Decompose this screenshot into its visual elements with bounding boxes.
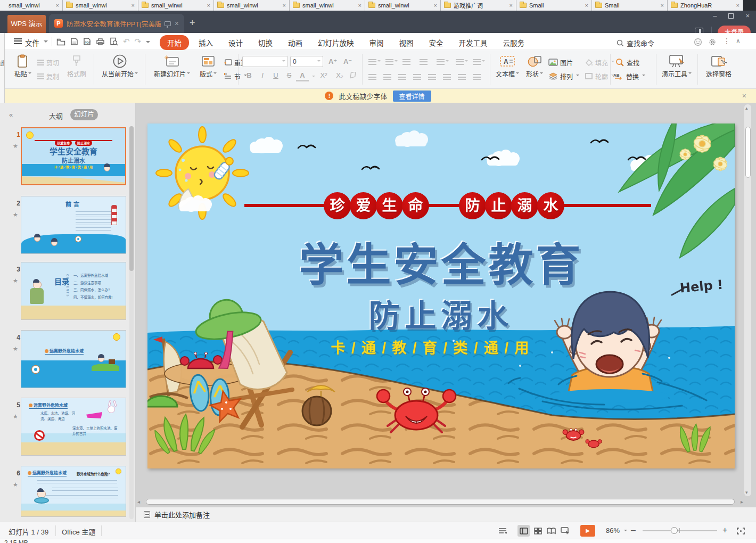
close-tab-icon[interactable]: × (434, 3, 437, 9)
zoom-caret-icon[interactable] (624, 530, 627, 533)
zoom-slider-thumb[interactable] (671, 527, 678, 534)
open-icon[interactable] (56, 38, 65, 46)
notes-bar[interactable]: 单击此处添加备注 (136, 507, 756, 522)
maximize-button[interactable] (728, 13, 734, 19)
window-tab[interactable]: small_winwi× (0, 0, 63, 11)
vertical-scrollbar-thumb[interactable] (745, 127, 751, 178)
scroll-up-icon[interactable]: ▴ (745, 105, 748, 111)
horizontal-scrollbar-thumb[interactable] (146, 499, 735, 505)
slide-canvas[interactable]: 珍爱生命 防止溺水 学生安全教育 防止溺水 卡 / 通 / 教 / 育 / 类 … (147, 124, 735, 468)
notes-placeholder[interactable]: 单击此处添加备注 (154, 509, 210, 520)
replace-button[interactable]: AB替换 (613, 70, 645, 82)
slide-thumbnail-1[interactable]: 珍爱生命防止溺水 学生安全教育 防止溺水 卡 / 通 / 教 / 育 / 类 /… (21, 127, 126, 185)
menu-tab-云服务[interactable]: 云服务 (497, 35, 531, 50)
new-tab-button[interactable]: + (190, 18, 195, 28)
scroll-right-icon[interactable]: ▸ (737, 499, 743, 505)
scroll-down-icon[interactable]: ▾ (745, 490, 748, 495)
shapes-button[interactable]: 形状 (523, 53, 546, 86)
presentation-tools-button[interactable]: 演示工具 (659, 53, 694, 86)
play-slideshow-button[interactable]: ▶ (580, 525, 595, 537)
warning-close-icon[interactable]: × (742, 92, 746, 100)
close-tab-icon[interactable]: × (585, 3, 588, 9)
print-preview-icon[interactable] (110, 37, 118, 46)
slide-sorter-button[interactable] (532, 525, 544, 537)
minimize-button[interactable]: – (713, 12, 717, 20)
collapse-panel-icon[interactable]: « (9, 111, 13, 119)
window-tab[interactable]: Small× (592, 0, 668, 11)
quick-access-caret-icon[interactable] (146, 41, 150, 45)
close-tab-icon[interactable]: × (56, 3, 59, 9)
close-tab-icon[interactable]: × (207, 3, 210, 9)
menu-tab-审阅[interactable]: 审阅 (364, 35, 390, 50)
file-menu[interactable]: 文件 (25, 37, 39, 48)
slide-layout-button[interactable]: 版式 (196, 53, 220, 86)
collapse-ribbon-icon[interactable]: ∧ (736, 37, 741, 45)
window-tab[interactable]: ZhongHuaR× (668, 0, 743, 11)
document-tab[interactable]: P 防溺水安全教育课件PPT(完美版) × (49, 14, 184, 33)
font-name-select[interactable] (242, 56, 288, 67)
tab-preview-icon[interactable] (165, 21, 171, 26)
close-document-icon[interactable]: × (175, 19, 179, 28)
window-tab[interactable]: small_winwi× (63, 0, 138, 11)
slide-subtitle-text[interactable]: 防止溺水 (147, 291, 735, 336)
slide-thumbnail-5[interactable]: 远离野外危险水域 水库、水坑、池塘、河流、溪边、海边 深水潭、工地上的积水池、废… (21, 398, 126, 456)
vertical-scrollbar[interactable]: ▴ ▾ (744, 104, 751, 496)
slide-tagline-text[interactable]: 卡 / 通 / 教 / 育 / 类 / 通 / 用 (147, 336, 724, 357)
menu-tab-安全[interactable]: 安全 (423, 35, 449, 50)
close-tab-icon[interactable]: × (510, 3, 513, 9)
slide-thumbnail-4[interactable]: 远离野外危险水域 (21, 330, 126, 388)
window-tab[interactable]: 游戏推广词× (441, 0, 516, 11)
selection-pane-button[interactable]: 选择窗格 (701, 53, 737, 86)
fit-to-window-button[interactable] (735, 525, 747, 537)
scroll-left-icon[interactable]: ◂ (137, 499, 144, 505)
zoom-out-button[interactable]: – (631, 525, 636, 535)
textbox-button[interactable]: A 文本框 (493, 53, 522, 86)
save-icon[interactable] (70, 37, 78, 46)
view-details-button[interactable]: 查看详情 (393, 90, 431, 102)
window-tab[interactable]: small_winwi× (365, 0, 441, 11)
menu-tab-幻灯片放映[interactable]: 幻灯片放映 (312, 35, 360, 50)
menu-tab-开发工具[interactable]: 开发工具 (453, 35, 494, 50)
window-tab[interactable]: Small× (516, 0, 592, 11)
menu-tab-插入[interactable]: 插入 (193, 35, 219, 50)
window-tab[interactable]: small_winwi× (214, 0, 290, 11)
close-tab-icon[interactable]: × (736, 3, 739, 9)
close-window-button[interactable]: × (745, 12, 750, 20)
export-pdf-icon[interactable]: PDF (83, 37, 91, 46)
reading-view-button[interactable] (545, 525, 557, 537)
zoom-slider-track[interactable] (643, 530, 717, 531)
arrange-button[interactable]: 排列 (548, 70, 579, 82)
close-tab-icon[interactable]: × (661, 3, 664, 9)
command-search[interactable]: 查找命令 (617, 38, 654, 48)
menu-tab-开始[interactable]: 开始 (160, 35, 189, 50)
zoom-level[interactable]: 86% (606, 526, 620, 534)
hamburger-icon[interactable] (14, 38, 22, 44)
sidebar-scrollbar[interactable] (129, 126, 134, 519)
new-slide-button[interactable]: ✳ 新建幻灯片 (149, 53, 195, 86)
window-tab[interactable]: small_winwi× (138, 0, 214, 11)
menu-tab-设计[interactable]: 设计 (223, 35, 249, 50)
tab-slides[interactable]: 幻灯片 (70, 109, 98, 120)
zoom-in-button[interactable]: + (722, 525, 727, 535)
play-from-current-button[interactable]: 从当前开始 (98, 53, 142, 86)
theme-name[interactable]: Office 主题 (62, 526, 95, 537)
menu-tab-动画[interactable]: 动画 (282, 35, 308, 50)
picture-button[interactable]: 图片 (548, 56, 573, 68)
menu-tab-视图[interactable]: 视图 (393, 35, 420, 50)
font-size-select[interactable]: 0 (290, 56, 323, 67)
more-options-icon[interactable]: ⋮ (723, 37, 730, 45)
feedback-smiley-icon[interactable] (694, 38, 702, 46)
horizontal-scrollbar[interactable]: ◂ ▸ (137, 498, 743, 506)
paste-button[interactable]: 粘贴 (11, 53, 35, 86)
window-tab[interactable]: small_winwi× (290, 0, 365, 11)
menu-tab-切换[interactable]: 切换 (252, 35, 278, 50)
close-tab-icon[interactable]: × (358, 3, 361, 9)
app-menu-tab[interactable]: WPS 演示 (7, 15, 46, 33)
slide-thumbnail-2[interactable]: 前言 (21, 196, 126, 254)
close-tab-icon[interactable]: × (132, 3, 135, 9)
settings-gear-icon[interactable] (708, 38, 717, 46)
slide-title-text[interactable]: 学生安全教育 (147, 229, 735, 293)
close-tab-icon[interactable]: × (283, 3, 286, 9)
slideshow-view-button[interactable] (559, 525, 571, 537)
slide-thumbnail-3[interactable]: 目录 CONTENTS 一、远离野外危险水域 二、游泳注意事项 三、同伴溺水，怎… (21, 262, 126, 320)
